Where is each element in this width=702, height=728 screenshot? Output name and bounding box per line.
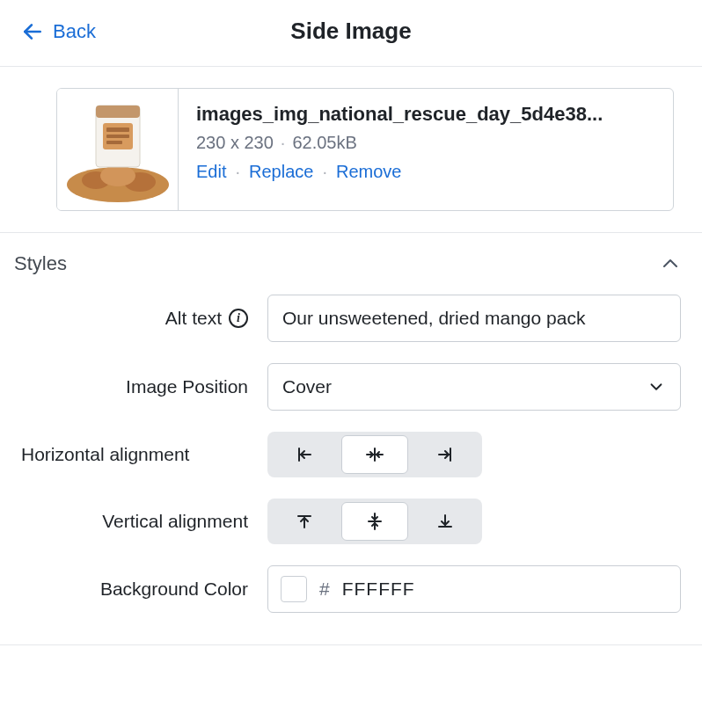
image-position-select[interactable]: Cover: [267, 363, 681, 411]
bg-color-row: Background Color # FFFFFF: [21, 565, 681, 613]
h-align-row: Horizontal alignment: [21, 432, 681, 477]
bg-color-label: Background Color: [21, 579, 248, 600]
image-position-label: Image Position: [21, 376, 248, 397]
align-top-icon: [294, 511, 315, 532]
replace-link[interactable]: Replace: [249, 162, 313, 181]
product-image-icon: [61, 92, 175, 207]
bg-color-input[interactable]: # FFFFFF: [267, 565, 681, 613]
color-swatch[interactable]: [281, 576, 307, 602]
image-position-value: Cover: [282, 376, 332, 397]
alt-text-label: Alt text: [165, 308, 222, 329]
image-actions: Edit·Replace·Remove: [196, 162, 655, 182]
v-align-top-button[interactable]: [271, 502, 338, 541]
alt-text-row: Alt text i: [21, 295, 681, 342]
svg-rect-9: [106, 135, 129, 138]
align-h-center-icon: [364, 444, 385, 465]
image-position-row: Image Position Cover: [21, 363, 681, 411]
align-right-icon: [435, 444, 456, 465]
back-label: Back: [53, 20, 96, 43]
alt-text-label-wrap: Alt text i: [21, 308, 248, 329]
h-align-segmented: [267, 432, 482, 477]
svg-rect-8: [106, 127, 129, 132]
svg-point-4: [100, 165, 135, 186]
h-align-right-button[interactable]: [412, 435, 479, 474]
v-align-row: Vertical alignment: [21, 499, 681, 544]
align-v-center-icon: [364, 511, 385, 532]
remove-link[interactable]: Remove: [336, 162, 401, 181]
section-divider: [0, 644, 702, 645]
v-align-bottom-button[interactable]: [412, 502, 479, 541]
image-thumbnail[interactable]: [57, 89, 179, 210]
image-filename: images_img_national_rescue_day_5d4e38...: [196, 103, 655, 126]
back-button[interactable]: Back: [21, 20, 96, 43]
styles-form: Alt text i Image Position Cover Horizont…: [0, 295, 702, 644]
v-align-center-button[interactable]: [341, 502, 408, 541]
h-align-label: Horizontal alignment: [21, 444, 248, 465]
page-title: Side Image: [21, 18, 681, 45]
image-dimensions: 230 x 230: [196, 133, 274, 152]
edit-link[interactable]: Edit: [196, 162, 226, 181]
hash-symbol: #: [319, 579, 330, 600]
image-filesize: 62.05kB: [292, 133, 356, 152]
svg-rect-10: [106, 141, 122, 144]
svg-rect-6: [96, 106, 140, 118]
v-align-label: Vertical alignment: [21, 511, 248, 532]
image-card: images_img_national_rescue_day_5d4e38...…: [56, 88, 674, 211]
chevron-up-icon: [660, 253, 681, 274]
chevron-down-icon: [647, 377, 666, 397]
align-left-icon: [294, 444, 315, 465]
image-meta: 230 x 230·62.05kB: [196, 133, 655, 153]
arrow-left-icon: [21, 20, 44, 43]
align-bottom-icon: [435, 511, 456, 532]
h-align-left-button[interactable]: [271, 435, 338, 474]
panel-header: Back Side Image: [0, 0, 702, 67]
styles-section-label: Styles: [14, 252, 67, 275]
image-info: images_img_national_rescue_day_5d4e38...…: [179, 89, 673, 210]
bg-color-value: FFFFFF: [342, 579, 415, 600]
h-align-center-button[interactable]: [341, 435, 408, 474]
alt-text-input[interactable]: [267, 295, 681, 342]
styles-section-toggle[interactable]: Styles: [0, 232, 702, 295]
info-icon[interactable]: i: [229, 309, 248, 328]
v-align-segmented: [267, 499, 482, 544]
